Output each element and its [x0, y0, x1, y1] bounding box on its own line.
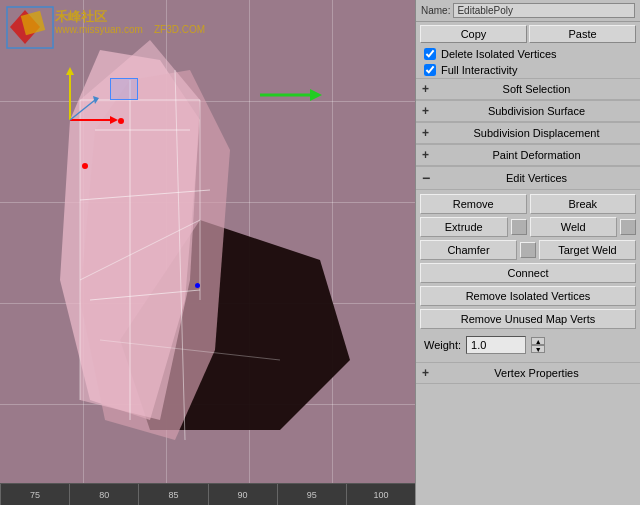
weight-label: Weight:	[424, 339, 461, 351]
watermark-url: www.missyuan.com ZF3D.COM	[55, 24, 205, 35]
edit-vertices-content: Remove Break Extrude Weld Chamfer Target…	[416, 190, 640, 362]
ruler-tick: 80	[69, 484, 138, 505]
svg-marker-24	[310, 89, 322, 101]
name-row: Name: EditablePoly	[416, 0, 640, 22]
full-interactivity-row: Full Interactivity	[416, 62, 640, 78]
paint-deformation-title: Paint Deformation	[439, 149, 634, 161]
watermark-text: 禾峰社区	[55, 9, 107, 24]
copy-paste-row: Copy Paste	[416, 22, 640, 46]
vertex-properties-expand-icon: +	[422, 366, 434, 380]
vertex-dot	[82, 163, 88, 169]
remove-unused-button[interactable]: Remove Unused Map Verts	[420, 309, 636, 329]
logo	[5, 5, 55, 50]
watermark-site: ZF3D.COM	[154, 24, 205, 35]
chamfer-button[interactable]: Chamfer	[420, 240, 517, 260]
remove-break-row: Remove Break	[420, 194, 636, 214]
ruler-tick: 75	[0, 484, 69, 505]
extrude-weld-row: Extrude Weld	[420, 217, 636, 237]
soft-selection-title: Soft Selection	[439, 83, 634, 95]
edit-vertices-header[interactable]: − Edit Vertices	[416, 166, 640, 190]
subdivision-displacement-expand-icon: +	[422, 126, 434, 140]
delete-isolated-checkbox[interactable]	[424, 48, 436, 60]
mesh-geometry	[0, 0, 415, 483]
name-value: EditablePoly	[453, 3, 635, 18]
delete-isolated-label: Delete Isolated Vertices	[441, 48, 557, 60]
full-interactivity-checkbox[interactable]	[424, 64, 436, 76]
extrude-button[interactable]: Extrude	[420, 217, 508, 237]
weld-settings-button[interactable]	[620, 219, 636, 235]
main-container: 禾峰社区 www.missyuan.com ZF3D.COM	[0, 0, 640, 505]
target-weld-button[interactable]: Target Weld	[539, 240, 636, 260]
weight-decrement-button[interactable]: ▼	[531, 345, 545, 353]
remove-button[interactable]: Remove	[420, 194, 527, 214]
subdivision-displacement-title: Subdivision Displacement	[439, 127, 634, 139]
weld-button[interactable]: Weld	[530, 217, 618, 237]
weight-input[interactable]	[466, 336, 526, 354]
full-interactivity-label: Full Interactivity	[441, 64, 517, 76]
chamfer-targetweld-row: Chamfer Target Weld	[420, 240, 636, 260]
vertex-properties-header[interactable]: + Vertex Properties	[416, 362, 640, 384]
name-label: Name:	[421, 5, 450, 16]
remove-isolated-button[interactable]: Remove Isolated Vertices	[420, 286, 636, 306]
weight-spinner: ▲ ▼	[531, 337, 545, 353]
vertex-dot-selected	[195, 283, 200, 288]
vertex-dot	[118, 118, 124, 124]
subdivision-displacement-header[interactable]: + Subdivision Displacement	[416, 122, 640, 144]
extrude-settings-button[interactable]	[511, 219, 527, 235]
viewport: 禾峰社区 www.missyuan.com ZF3D.COM	[0, 0, 415, 505]
ruler-tick: 90	[208, 484, 277, 505]
ruler-tick: 95	[277, 484, 346, 505]
break-button[interactable]: Break	[530, 194, 637, 214]
right-panel: Name: EditablePoly Copy Paste Delete Iso…	[415, 0, 640, 505]
paste-button[interactable]: Paste	[529, 25, 636, 43]
vertex-properties-title: Vertex Properties	[439, 367, 634, 379]
delete-isolated-row: Delete Isolated Vertices	[416, 46, 640, 62]
soft-selection-expand-icon: +	[422, 82, 434, 96]
ruler: 75 80 85 90 95 100	[0, 483, 415, 505]
subdivision-surface-title: Subdivision Surface	[439, 105, 634, 117]
ruler-tick: 100	[346, 484, 415, 505]
svg-marker-20	[66, 67, 74, 75]
copy-button[interactable]: Copy	[420, 25, 527, 43]
chamfer-settings-button[interactable]	[520, 242, 536, 258]
watermark-url-text: www.missyuan.com	[55, 24, 143, 35]
weight-row: Weight: ▲ ▼	[420, 332, 636, 358]
soft-selection-header[interactable]: + Soft Selection	[416, 78, 640, 100]
weight-increment-button[interactable]: ▲	[531, 337, 545, 345]
paint-deformation-header[interactable]: + Paint Deformation	[416, 144, 640, 166]
paint-deformation-expand-icon: +	[422, 148, 434, 162]
edit-vertices-title: Edit Vertices	[439, 172, 634, 184]
subdivision-surface-expand-icon: +	[422, 104, 434, 118]
ruler-tick: 85	[138, 484, 207, 505]
subdivision-surface-header[interactable]: + Subdivision Surface	[416, 100, 640, 122]
selection-box	[110, 78, 138, 100]
edit-vertices-collapse-icon: −	[422, 170, 434, 186]
connect-button[interactable]: Connect	[420, 263, 636, 283]
